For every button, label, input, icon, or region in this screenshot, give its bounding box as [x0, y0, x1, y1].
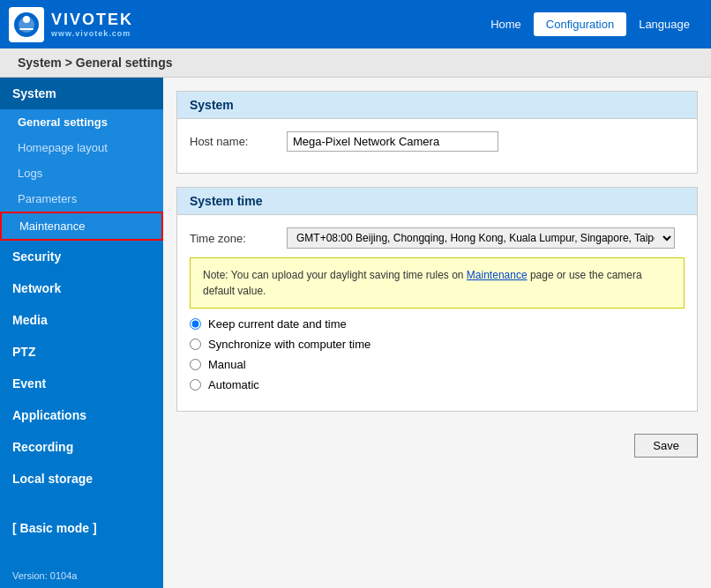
radio-keep-input[interactable] — [190, 318, 201, 330]
radio-manual-input[interactable] — [190, 359, 201, 370]
note-box: Note: You can upload your daylight savin… — [190, 257, 685, 309]
sidebar-item-applications[interactable]: Applications — [0, 399, 163, 431]
sidebar-item-local-storage[interactable]: Local storage — [0, 463, 163, 495]
time-options: Keep current date and time Synchronize w… — [190, 317, 685, 391]
sidebar-item-basic-mode[interactable]: [ Basic mode ] — [0, 512, 163, 544]
sidebar-item-security[interactable]: Security — [0, 241, 163, 272]
host-name-input[interactable] — [287, 131, 498, 152]
host-name-label: Host name: — [190, 135, 287, 148]
radio-keep-label: Keep current date and time — [208, 317, 347, 331]
radio-sync: Synchronize with computer time — [190, 338, 685, 351]
system-time-section: System time Time zone: GMT+08:00 Beijing… — [176, 187, 698, 412]
sidebar-item-event[interactable]: Event — [0, 368, 163, 399]
radio-manual: Manual — [190, 358, 685, 371]
system-section-content: Host name: — [177, 119, 697, 173]
radio-keep: Keep current date and time — [190, 317, 685, 331]
radio-automatic-label: Automatic — [208, 378, 259, 391]
sidebar-item-network[interactable]: Network — [0, 272, 163, 304]
sidebar-item-maintenance[interactable]: Maintenance — [0, 212, 163, 241]
logo-icon — [9, 7, 44, 42]
header-nav: Home Configuration Language — [478, 12, 702, 36]
system-time-content: Time zone: GMT+08:00 Beijing, Chongqing,… — [177, 215, 697, 411]
svg-point-2 — [23, 16, 30, 23]
sidebar: System General settings Homepage layout … — [0, 78, 163, 588]
timezone-label: Time zone: — [190, 232, 287, 245]
page-title-bar: System > General settings — [0, 48, 711, 78]
radio-sync-label: Synchronize with computer time — [208, 338, 370, 351]
sidebar-item-recording[interactable]: Recording — [0, 431, 163, 463]
sidebar-item-ptz[interactable]: PTZ — [0, 336, 163, 368]
timezone-row: Time zone: GMT+08:00 Beijing, Chongqing,… — [190, 227, 685, 249]
sidebar-item-parameters[interactable]: Parameters — [0, 186, 163, 212]
radio-automatic: Automatic — [190, 378, 685, 391]
sidebar-version: Version: 0104a — [0, 562, 163, 588]
logo: VIVOTEK www.vivotek.com — [9, 7, 133, 42]
configuration-link[interactable]: Configuration — [534, 12, 626, 36]
main-content: System Host name: System time Time zone:… — [163, 78, 711, 588]
maintenance-link[interactable]: Maintenance — [467, 269, 528, 281]
home-link[interactable]: Home — [478, 12, 534, 36]
logo-text: VIVOTEK www.vivotek.com — [51, 11, 133, 38]
radio-sync-input[interactable] — [190, 339, 201, 350]
sidebar-item-general-settings[interactable]: General settings — [0, 109, 163, 135]
sidebar-item-system[interactable]: System — [0, 78, 163, 109]
save-button[interactable]: Save — [634, 434, 698, 458]
sidebar-item-media[interactable]: Media — [0, 304, 163, 336]
radio-automatic-input[interactable] — [190, 379, 201, 391]
system-section-header: System — [177, 92, 697, 119]
save-row: Save — [176, 425, 698, 466]
svg-rect-3 — [19, 28, 34, 30]
language-link[interactable]: Language — [626, 12, 702, 36]
system-time-section-header: System time — [177, 188, 697, 215]
timezone-select[interactable]: GMT+08:00 Beijing, Chongqing, Hong Kong,… — [287, 227, 675, 249]
radio-manual-label: Manual — [208, 358, 246, 371]
system-section: System Host name: — [176, 91, 698, 174]
header: VIVOTEK www.vivotek.com Home Configurati… — [0, 0, 711, 48]
main-layout: System General settings Homepage layout … — [0, 78, 711, 588]
note-text: Note: You can upload your daylight savin… — [203, 269, 467, 281]
host-name-row: Host name: — [190, 131, 685, 152]
sidebar-item-homepage-layout[interactable]: Homepage layout — [0, 135, 163, 160]
sidebar-item-logs[interactable]: Logs — [0, 160, 163, 186]
page-title: System > General settings — [18, 56, 172, 70]
